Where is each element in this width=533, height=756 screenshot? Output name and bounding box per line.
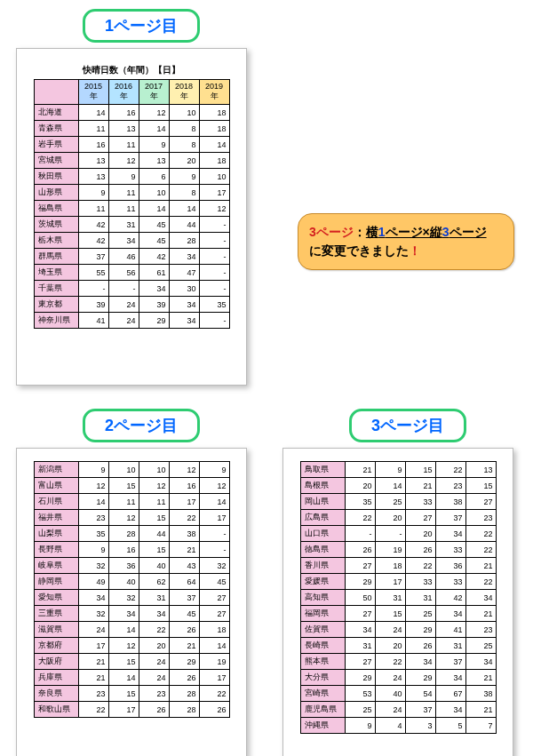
cell: 11 [139,494,169,510]
cell: 14 [169,201,199,217]
row-header: 広島県 [300,510,345,526]
cell: - [78,281,108,297]
cell: 17 [169,494,199,510]
cell: 17 [78,638,108,654]
cell: 24 [375,702,405,718]
cell: 8 [169,137,199,153]
cell: 44 [169,217,199,233]
cell: 7 [465,718,496,734]
cell: 36 [108,558,139,574]
table-row: 大分県2924293421 [300,670,496,686]
cell: 34 [405,654,435,670]
table-row: 神奈川県41242934- [34,313,229,329]
table-row: 秋田県1396910 [34,169,229,185]
cell: 53 [345,686,375,702]
cell: 37 [435,654,465,670]
table-row: 富山県1215121612 [34,478,229,494]
cell: 21 [465,558,496,574]
cell: 15 [108,478,139,494]
cell: 9 [139,137,169,153]
cell: 17 [199,185,229,201]
cell: 34 [345,622,375,638]
cell: 20 [375,510,405,526]
table-row: 埼玉県55566147- [34,265,229,281]
table-row: 岩手県16119814 [34,137,229,153]
cell: 38 [169,526,199,542]
table-row: 岡山県3525333827 [300,494,496,510]
cell: 15 [405,462,435,478]
cell: 10 [108,462,139,478]
page3-section: 3ページ目 鳥取県219152213島根県2014212315岡山県352533… [282,409,513,756]
cell: 22 [169,510,199,526]
table-row: 広島県2220273723 [300,510,496,526]
cell: 20 [405,526,435,542]
cell: 21 [465,702,496,718]
row-header: 福島県 [34,201,78,217]
row-header: 高知県 [300,590,345,606]
row-header: 長野県 [34,542,78,558]
cell: 24 [108,297,139,313]
cell: 49 [78,574,108,590]
row-header: 宮城県 [34,153,78,169]
page2-section: 2ページ目 新潟県91010129富山県1215121612石川県1411111… [16,409,247,756]
row-header: 富山県 [34,478,78,494]
cell: 23 [78,686,108,702]
cell: 9 [78,462,108,478]
cell: 24 [78,622,108,638]
cell: 28 [169,233,199,249]
table-row: 栃木県42344528- [34,233,229,249]
cell: 34 [169,313,199,329]
cell: 21 [345,462,375,478]
cell: 16 [108,105,139,121]
page3-sheet: 鳥取県219152213島根県2014212315岡山県3525333827広島… [282,448,513,756]
row-header: 石川県 [34,494,78,510]
table-row: 三重県3234344527 [34,606,229,622]
cell: 34 [108,606,139,622]
cell: 16 [169,478,199,494]
cell: 26 [345,542,375,558]
cell: 11 [108,494,139,510]
table-row: 福島県1111141412 [34,201,229,217]
cell: 15 [108,686,139,702]
cell: 10 [139,185,169,201]
cell: 33 [405,574,435,590]
cell: 12 [139,478,169,494]
cell: 43 [169,558,199,574]
cell: 37 [405,702,435,718]
callout-box: 3ページ：横1ページ×縦3ページ に変更できました！ [298,213,514,270]
cell: 14 [139,201,169,217]
cell: 34 [169,249,199,265]
cell: 29 [345,574,375,590]
cell: 34 [108,233,139,249]
cell: 39 [78,297,108,313]
row-header: 滋賀県 [34,622,78,638]
table-row: 静岡県4940626445 [34,574,229,590]
cell: 33 [405,494,435,510]
cell: 45 [139,217,169,233]
year-header: 2017年 [139,80,169,105]
cell: 56 [108,265,139,281]
cell: 32 [108,590,139,606]
table-row: 北海道1416121018 [34,105,229,121]
table-page1: 2015年2016年2017年2018年2019年北海道1416121018青森… [34,79,230,329]
table-row: 香川県2718223621 [300,558,496,574]
cell: 34 [465,590,496,606]
table-row: 東京都3924393435 [34,297,229,313]
cell: 6 [139,169,169,185]
cell: 19 [199,654,229,670]
cell: 22 [465,574,496,590]
cell: 44 [139,526,169,542]
cell: 25 [345,702,375,718]
cell: 34 [435,526,465,542]
table-page2: 新潟県91010129富山県1215121612石川県1411111714福井県… [34,461,230,718]
row-header: 愛知県 [34,590,78,606]
cell: 17 [375,574,405,590]
cell: 42 [435,590,465,606]
table-row: 石川県1411111714 [34,494,229,510]
cell: 27 [199,606,229,622]
cell: 12 [169,462,199,478]
table-row: 奈良県2315232822 [34,686,229,702]
row-header: 奈良県 [34,686,78,702]
cell: - [199,249,229,265]
cell: 12 [108,510,139,526]
